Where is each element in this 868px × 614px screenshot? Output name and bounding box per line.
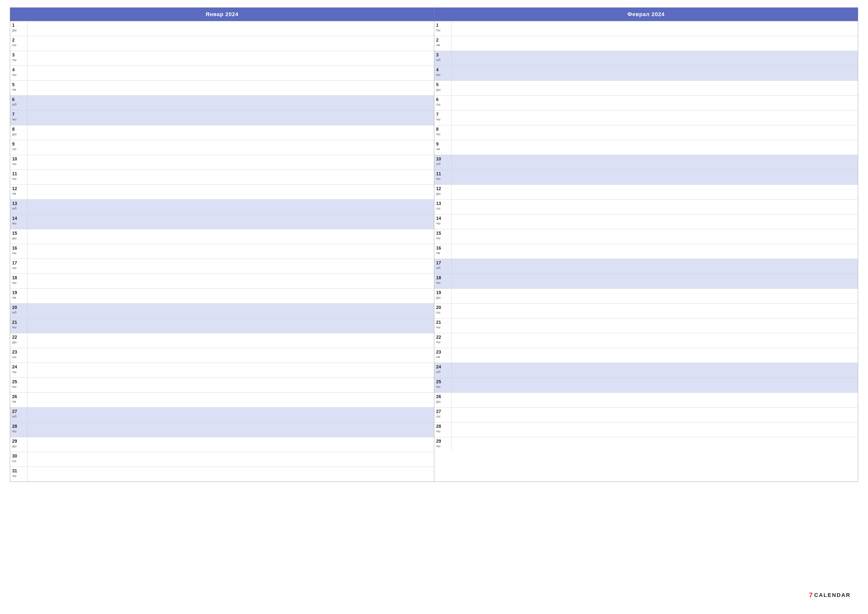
day-number: 1: [12, 23, 15, 28]
day-abbr: яш: [12, 429, 16, 433]
day-number: 17: [12, 260, 17, 266]
day-number-col: 10шб: [434, 155, 451, 169]
day-number: 8: [12, 127, 15, 132]
day-content-col: [451, 319, 858, 333]
day-row: 28чш: [434, 422, 858, 437]
day-number: 10: [436, 157, 441, 162]
day-number-col: 24шб: [434, 363, 451, 378]
day-row: 14чш: [434, 214, 858, 229]
day-content-col: [451, 36, 858, 51]
day-number: 26: [12, 394, 17, 399]
day-number-col: 2сш: [10, 36, 28, 51]
day-row: 31чш: [10, 467, 434, 482]
day-content-col: [451, 348, 858, 363]
day-number-col: 21яш: [10, 319, 28, 333]
day-row: 30сш: [10, 452, 434, 467]
day-number: 29: [12, 439, 17, 444]
day-number-col: 18яш: [434, 274, 451, 288]
day-number: 9: [12, 141, 15, 147]
calendar-grid: Январ 20241дш2сш3чш4пш5чм6шб7яш8дш9сш10ч…: [10, 8, 858, 482]
day-abbr: сш: [12, 251, 16, 255]
day-row: 4яш: [434, 65, 858, 81]
day-number: 24: [436, 364, 441, 370]
day-content-col: [28, 199, 434, 214]
day-number-col: 25яш: [434, 378, 451, 392]
day-number-col: 17шб: [434, 259, 451, 274]
day-content-col: [451, 185, 858, 199]
page: Январ 20241дш2сш3чш4пш5чм6шб7яш8дш9сш10ч…: [10, 8, 858, 602]
month-header-feb: Феврал 2024: [434, 8, 858, 21]
day-row: 22пш: [434, 333, 858, 348]
day-abbr: пш: [12, 385, 16, 389]
day-number: 2: [12, 37, 15, 43]
day-abbr: яш: [436, 281, 440, 285]
day-content-col: [28, 36, 434, 51]
day-content-col: [28, 363, 434, 378]
day-number: 28: [436, 424, 441, 429]
day-content-col: [28, 467, 434, 482]
day-number-col: 28яш: [10, 422, 28, 437]
day-number-col: 20шб: [10, 303, 28, 318]
day-number: 19: [12, 290, 17, 295]
day-row: 1пш: [434, 21, 858, 36]
day-content-col: [451, 289, 858, 303]
day-content-col: [28, 21, 434, 36]
day-row: 8пш: [434, 125, 858, 140]
day-abbr: яш: [12, 325, 16, 329]
day-number-col: 15пш: [434, 229, 451, 244]
day-number-col: 19чм: [10, 289, 28, 303]
day-content-col: [28, 215, 434, 229]
day-row: 25пш: [10, 378, 434, 392]
day-content-col: [28, 110, 434, 125]
day-number: 21: [12, 320, 17, 325]
day-number-col: 11яш: [434, 170, 451, 185]
day-content-col: [451, 215, 858, 229]
day-number: 25: [436, 379, 441, 385]
day-content-col: [451, 51, 858, 65]
day-abbr: чм: [12, 88, 16, 92]
day-row: 4пш: [10, 65, 434, 81]
day-row: 24шб: [434, 363, 858, 378]
day-abbr: чм: [12, 295, 16, 300]
day-number-col: 29пш: [434, 437, 451, 452]
day-abbr: чш: [436, 325, 440, 329]
day-number: 27: [436, 409, 441, 415]
day-number-col: 28чш: [434, 422, 451, 437]
day-number: 22: [436, 335, 441, 340]
day-number: 9: [436, 141, 439, 147]
day-number: 1: [436, 23, 439, 28]
day-abbr: дш: [12, 132, 17, 136]
day-number: 14: [12, 216, 17, 221]
day-number: 27: [12, 409, 17, 415]
day-number: 22: [12, 335, 17, 340]
day-content-col: [28, 348, 434, 363]
day-abbr: пш: [436, 28, 440, 32]
day-content-col: [451, 437, 858, 452]
day-number: 13: [436, 201, 441, 207]
day-number-col: 21чш: [434, 319, 451, 333]
day-abbr: чш: [436, 429, 440, 433]
day-number-col: 14чш: [434, 215, 451, 229]
day-abbr: дш: [436, 88, 441, 92]
day-number: 11: [12, 171, 17, 177]
day-number-col: 2чм: [434, 36, 451, 51]
day-abbr: сш: [12, 43, 16, 47]
day-row: 11яш: [434, 169, 858, 185]
day-number: 6: [436, 97, 439, 103]
day-content-col: [28, 422, 434, 437]
day-content-col: [28, 289, 434, 303]
day-content-col: [451, 363, 858, 378]
day-row: 21чш: [434, 318, 858, 333]
footer-text: CALENDAR: [814, 592, 851, 598]
day-number-col: 9чм: [434, 140, 451, 155]
day-number: 15: [12, 231, 17, 236]
day-content-col: [451, 407, 858, 422]
day-number-col: 5дш: [434, 81, 451, 95]
day-content-col: [451, 125, 858, 140]
day-row: 17шб: [434, 259, 858, 274]
day-content-col: [28, 333, 434, 348]
day-number-col: 25пш: [10, 378, 28, 392]
day-number-col: 27шб: [10, 407, 28, 422]
day-number-col: 19дш: [434, 289, 451, 303]
month-col-feb: Феврал 20241пш2чм3шб4яш5дш6сш7чш8пш9чм10…: [434, 8, 858, 482]
